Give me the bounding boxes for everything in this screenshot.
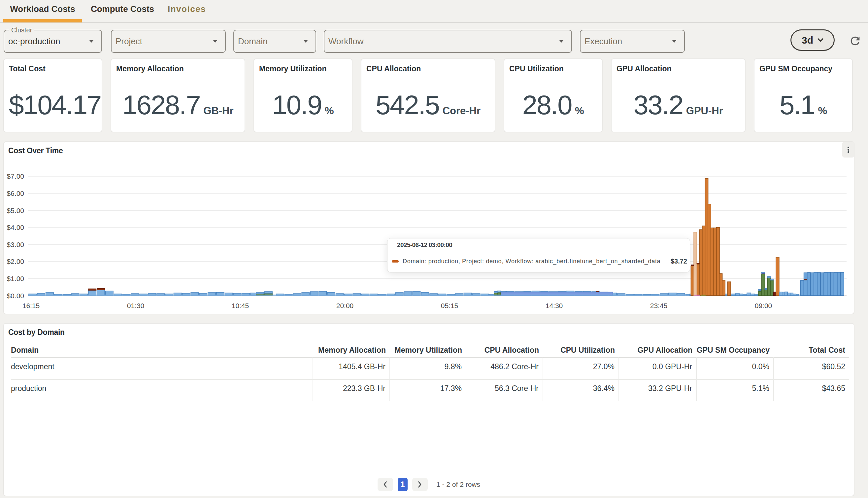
svg-text:20:00: 20:00 — [336, 302, 354, 310]
svg-text:$0.00: $0.00 — [6, 292, 24, 300]
svg-text:23:45: 23:45 — [650, 302, 668, 310]
svg-text:10:45: 10:45 — [232, 302, 249, 310]
svg-text:$1.00: $1.00 — [6, 275, 24, 283]
svg-text:$2.00: $2.00 — [6, 258, 24, 265]
svg-text:05:15: 05:15 — [441, 302, 458, 310]
svg-text:16:15: 16:15 — [23, 302, 40, 310]
svg-text:09:00: 09:00 — [755, 302, 772, 310]
svg-text:14:30: 14:30 — [545, 302, 563, 310]
svg-text:$7.00: $7.00 — [6, 172, 24, 180]
svg-text:$4.00: $4.00 — [6, 224, 24, 231]
svg-text:$3.00: $3.00 — [6, 241, 24, 248]
svg-text:$5.00: $5.00 — [6, 207, 24, 214]
svg-text:$6.00: $6.00 — [6, 189, 24, 197]
svg-text:01:30: 01:30 — [127, 302, 145, 310]
